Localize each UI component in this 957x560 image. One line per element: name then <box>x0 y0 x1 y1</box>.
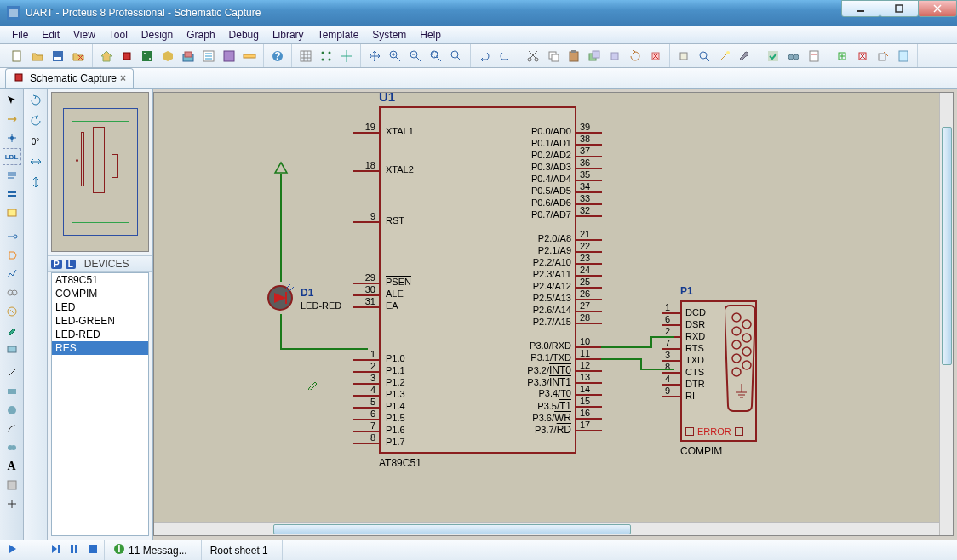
drc-run-button[interactable] <box>764 47 782 66</box>
help-button[interactable]: ? <box>268 47 287 66</box>
menu-debug[interactable]: Debug <box>222 26 266 43</box>
path-button[interactable] <box>3 439 21 456</box>
block-move-button[interactable] <box>605 47 624 66</box>
rect-button[interactable] <box>3 383 21 400</box>
bus-mode-button[interactable] <box>3 186 21 203</box>
text-graphic-button[interactable]: A <box>3 458 21 475</box>
report-button[interactable] <box>894 47 913 66</box>
code-button[interactable] <box>220 47 238 66</box>
menu-system[interactable]: System <box>365 26 413 43</box>
sim-pause-button[interactable] <box>68 543 80 557</box>
probe-button[interactable] <box>3 322 21 339</box>
tape-button[interactable] <box>3 284 21 301</box>
open-button[interactable] <box>28 47 47 66</box>
add-part-button[interactable] <box>833 47 851 66</box>
marker-button[interactable] <box>3 495 21 512</box>
tab-schematic[interactable]: Schematic Capture × <box>5 68 134 88</box>
rotate-ccw-button[interactable] <box>26 112 45 129</box>
menu-edit[interactable]: Edit <box>35 26 66 43</box>
menu-file[interactable]: File <box>5 26 35 43</box>
flip-h-button[interactable] <box>26 153 45 170</box>
find-button[interactable] <box>784 47 803 66</box>
copy-button[interactable] <box>544 47 563 66</box>
menu-design[interactable]: Design <box>135 26 180 43</box>
home-button[interactable] <box>97 47 116 66</box>
menu-graph[interactable]: Graph <box>180 26 221 43</box>
paste-button[interactable] <box>564 47 583 66</box>
zoom-out-button[interactable] <box>406 47 425 66</box>
terminal-button[interactable] <box>3 228 21 245</box>
tab-close-button[interactable]: × <box>120 72 126 84</box>
sim-step-button[interactable] <box>49 543 61 557</box>
messages-count[interactable]: 11 Messag... <box>129 545 187 557</box>
schematic-canvas[interactable]: U1 AT89C51 19XTAL118XTAL29RST29PSEN30ALE… <box>153 92 954 536</box>
overview-map[interactable] <box>51 92 149 252</box>
junction-mode-button[interactable] <box>3 129 21 146</box>
device-item[interactable]: RES <box>52 341 148 355</box>
horizontal-scrollbar[interactable] <box>154 522 939 535</box>
device-item[interactable]: AT89C51 <box>52 273 148 287</box>
undo-button[interactable] <box>475 47 494 66</box>
new-file-button[interactable] <box>8 47 26 66</box>
cut-button[interactable] <box>524 47 542 66</box>
drc-button[interactable] <box>240 47 259 66</box>
zoom-area-button[interactable] <box>447 47 466 66</box>
zoom-in-button[interactable] <box>386 47 404 66</box>
gerber-button[interactable] <box>179 47 198 66</box>
wrench-button[interactable] <box>736 47 754 66</box>
device-item[interactable]: COMPIM <box>52 287 148 300</box>
symbol-button[interactable] <box>3 477 21 494</box>
menu-library[interactable]: Library <box>266 26 311 43</box>
schematic-button[interactable] <box>117 47 136 66</box>
graph-button[interactable] <box>3 266 21 283</box>
zoom-sel-button[interactable] <box>695 47 713 66</box>
label-mode-button[interactable]: LBL <box>3 148 21 165</box>
text-mode-button[interactable] <box>3 167 21 184</box>
redo-button[interactable] <box>496 47 514 66</box>
flip-v-button[interactable] <box>26 174 45 191</box>
3d-button[interactable] <box>158 47 177 66</box>
pcb-button[interactable] <box>138 47 157 66</box>
subcircuit-button[interactable] <box>3 204 21 221</box>
del-part-button[interactable] <box>853 47 872 66</box>
component-mode-button[interactable] <box>3 111 21 128</box>
rotate-cw-button[interactable] <box>26 92 45 109</box>
bom-button[interactable] <box>199 47 218 66</box>
device-item[interactable]: LED-GREEN <box>52 314 148 328</box>
menu-template[interactable]: Template <box>311 26 366 43</box>
device-item[interactable]: LED <box>52 300 148 314</box>
origin-button[interactable] <box>337 47 356 66</box>
instrument-button[interactable] <box>3 340 21 357</box>
assign-button[interactable] <box>715 47 734 66</box>
close-button[interactable] <box>918 0 957 17</box>
snap-button[interactable] <box>317 47 335 66</box>
d1-component[interactable] <box>266 283 295 312</box>
close-project-button[interactable] <box>69 47 88 66</box>
menu-help[interactable]: Help <box>413 26 448 43</box>
pan-button[interactable] <box>365 47 384 66</box>
line-button[interactable] <box>3 364 21 381</box>
pin-button[interactable] <box>3 247 21 264</box>
save-button[interactable] <box>49 47 67 66</box>
sim-play-button[interactable] <box>7 543 19 557</box>
pick-button[interactable] <box>674 47 693 66</box>
menu-tool[interactable]: Tool <box>102 26 135 43</box>
property-button[interactable] <box>805 47 823 66</box>
sim-stop-button[interactable] <box>87 543 99 557</box>
p-badge[interactable]: P <box>51 260 62 269</box>
edit-part-button[interactable] <box>874 47 892 66</box>
device-item[interactable]: LED-RED <box>52 328 148 341</box>
grid-button[interactable] <box>296 47 315 66</box>
menu-view[interactable]: View <box>66 26 102 43</box>
select-mode-button[interactable] <box>3 92 21 109</box>
vertical-scrollbar[interactable] <box>939 93 953 535</box>
block-delete-button[interactable] <box>646 47 665 66</box>
circle-button[interactable] <box>3 402 21 419</box>
l-badge[interactable]: L <box>66 260 76 269</box>
zoom-all-button[interactable] <box>427 47 445 66</box>
devices-list[interactable]: AT89C51COMPIMLEDLED-GREENLED-REDRES <box>51 272 149 536</box>
block-rotate-button[interactable] <box>626 47 645 66</box>
sheet-name[interactable]: Root sheet 1 <box>201 540 277 560</box>
arc-button[interactable] <box>3 420 21 437</box>
minimize-button[interactable] <box>841 0 880 17</box>
